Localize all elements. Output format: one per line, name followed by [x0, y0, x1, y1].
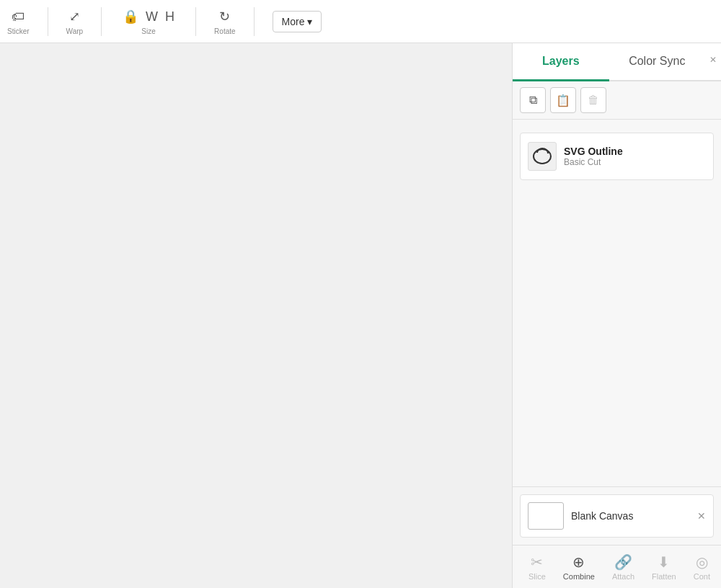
- sticker-label: Sticker: [7, 27, 30, 35]
- canvas-wrapper: 8 9 10 11 12 13 14 15: [0, 43, 512, 588]
- flatten-button[interactable]: ⬇ Flatten: [643, 549, 685, 585]
- delete-icon: 🗑: [588, 94, 599, 107]
- warp-tool[interactable]: ⤢ Warp: [66, 7, 84, 35]
- more-button[interactable]: More ▾: [273, 11, 322, 32]
- paste-icon: 📋: [556, 94, 570, 107]
- tab-layers[interactable]: Layers: [513, 43, 609, 81]
- flatten-label: Flatten: [652, 572, 676, 581]
- rotate-icon: ↻: [216, 7, 233, 26]
- delete-layer-button[interactable]: 🗑: [580, 87, 606, 113]
- contour-icon: ◎: [696, 553, 708, 571]
- layer-info: SVG Outline Basic Cut: [564, 146, 706, 167]
- warp-icon: ⤢: [66, 7, 83, 26]
- lock-icon: 🔒: [120, 7, 141, 26]
- panel-tabs: Layers Color Sync ✕: [513, 43, 721, 81]
- layer-type: Basic Cut: [564, 157, 706, 167]
- divider-2: [101, 7, 102, 36]
- sticker-icon: 🏷: [9, 8, 27, 26]
- top-toolbar: 🏷 Sticker ⤢ Warp 🔒 W H Size ↻ Rotate Mor…: [0, 0, 721, 43]
- layer-item[interactable]: SVG Outline Basic Cut: [520, 133, 714, 180]
- size-label: Size: [141, 27, 155, 35]
- blank-canvas-item[interactable]: Blank Canvas ✕: [520, 494, 714, 538]
- attach-icon: 🔗: [614, 553, 632, 571]
- attach-button[interactable]: 🔗 Attach: [603, 549, 643, 585]
- layer-name: SVG Outline: [564, 146, 706, 157]
- slice-label: Slice: [528, 572, 546, 581]
- main-area: 8 9 10 11 12 13 14 15: [0, 43, 721, 588]
- divider-4: [254, 7, 255, 36]
- contour-label: Cont: [694, 572, 710, 581]
- divider-1: [48, 7, 48, 36]
- combine-button[interactable]: ⊕ Combine: [554, 549, 603, 585]
- more-label: More: [282, 16, 305, 27]
- paste-layer-button[interactable]: 📋: [550, 87, 576, 113]
- bottom-toolbar: ✂ Slice ⊕ Combine 🔗 Attach ⬇ Flatten ◎ C…: [513, 545, 721, 588]
- rotate-label: Rotate: [214, 27, 235, 35]
- combine-label: Combine: [563, 572, 595, 581]
- sticker-tool[interactable]: 🏷 Sticker: [7, 8, 30, 35]
- panel-content: SVG Outline Basic Cut: [513, 120, 721, 486]
- combine-icon: ⊕: [572, 553, 585, 571]
- more-arrow-icon: ▾: [307, 16, 312, 27]
- blank-canvas-section: Blank Canvas ✕: [513, 486, 721, 545]
- warp-label: Warp: [66, 27, 84, 35]
- layer-thumbnail: [528, 142, 557, 171]
- divider-3: [195, 7, 196, 36]
- panel-close-icon[interactable]: ✕: [705, 43, 721, 80]
- copy-layer-button[interactable]: ⧉: [520, 87, 546, 113]
- height-icon: H: [162, 8, 177, 26]
- right-panel: Layers Color Sync ✕ ⧉ 📋 🗑: [512, 43, 721, 588]
- attach-label: Attach: [612, 572, 634, 581]
- layer-thumb-icon: [531, 146, 553, 167]
- blank-canvas-label: Blank Canvas: [571, 510, 633, 522]
- tab-color-sync[interactable]: Color Sync: [609, 43, 706, 81]
- flatten-icon: ⬇: [658, 553, 670, 571]
- blank-canvas-close-icon[interactable]: ✕: [697, 510, 706, 522]
- slice-button[interactable]: ✂ Slice: [520, 549, 554, 585]
- slice-icon: ✂: [531, 553, 543, 571]
- blank-canvas-thumbnail: [528, 502, 564, 530]
- contour-button[interactable]: ◎ Cont: [685, 549, 719, 585]
- copy-icon: ⧉: [529, 94, 537, 107]
- layer-actions: ⧉ 📋 🗑: [513, 81, 721, 120]
- size-tool[interactable]: 🔒 W H Size: [120, 7, 177, 35]
- rotate-tool[interactable]: ↻ Rotate: [214, 7, 235, 35]
- width-icon: W: [143, 8, 161, 26]
